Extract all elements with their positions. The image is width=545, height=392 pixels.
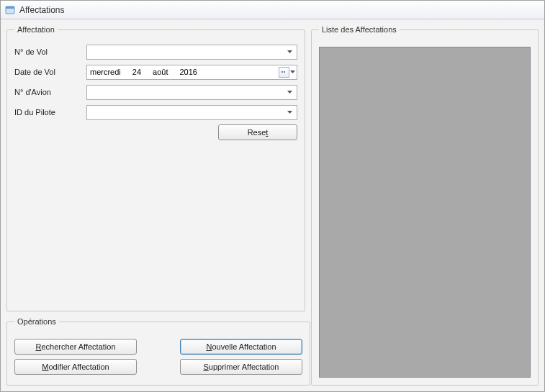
supprimer-button[interactable]: Supprimer Affectation — [180, 359, 302, 375]
calendar-icon — [279, 67, 289, 78]
label-date-vol: Date de Vol — [14, 68, 86, 76]
combo-numero-avion[interactable] — [86, 85, 297, 100]
group-liste-legend: Liste des Affectations — [319, 25, 400, 34]
group-affectation: Affectation N° de Vol Date de Vol mer — [6, 25, 305, 311]
modifier-button[interactable]: Modifier Affectation — [14, 359, 137, 375]
row-numero-vol: N° de Vol — [14, 44, 297, 60]
svg-marker-8 — [287, 111, 292, 114]
window-title: Affectations — [19, 5, 64, 15]
date-parts: mercredi 24 août 2016 — [90, 68, 197, 76]
affectations-list[interactable] — [319, 47, 531, 378]
row-numero-avion: N° d'Avion — [14, 84, 297, 100]
group-affectation-legend: Affectation — [14, 25, 58, 34]
label-numero-vol: N° de Vol — [14, 47, 86, 56]
date-month: août — [153, 68, 168, 76]
client-area: Affectation N° de Vol Date de Vol mer — [1, 19, 544, 391]
combo-numero-vol[interactable] — [86, 45, 297, 60]
group-operations: Opérations Rechercher Affectation Nouvel… — [6, 317, 310, 386]
svg-marker-6 — [290, 70, 295, 73]
rechercher-button[interactable]: Rechercher Affectation — [14, 339, 137, 355]
datepicker-date-vol[interactable]: mercredi 24 août 2016 — [86, 65, 297, 80]
chevron-down-icon — [284, 87, 295, 98]
row-date-vol: Date de Vol mercredi 24 août 2016 — [14, 64, 297, 80]
titlebar: Affectations — [1, 1, 544, 19]
affectations-window: Affectations Affectation N° de Vol Date … — [0, 0, 545, 392]
reset-button[interactable]: Reset — [218, 124, 297, 140]
app-icon — [5, 5, 15, 15]
combo-id-pilote[interactable] — [86, 105, 297, 120]
chevron-down-icon — [284, 107, 295, 118]
date-day: 24 — [132, 68, 141, 76]
operations-grid: Rechercher Affectation Nouvelle Affectat… — [14, 336, 302, 375]
right-column: Liste des Affectations — [311, 25, 539, 386]
svg-marker-2 — [287, 50, 292, 53]
label-id-pilote: ID du Pilote — [14, 108, 86, 117]
chevron-down-icon — [290, 70, 295, 73]
group-liste: Liste des Affectations — [311, 25, 539, 386]
svg-marker-7 — [287, 91, 292, 94]
svg-rect-5 — [284, 71, 285, 73]
label-numero-avion: N° d'Avion — [14, 88, 86, 96]
group-operations-legend: Opérations — [14, 317, 59, 326]
nouvelle-button[interactable]: Nouvelle Affectation — [180, 339, 302, 355]
date-weekday: mercredi — [90, 68, 121, 76]
reset-row: Reset — [14, 124, 297, 140]
svg-rect-4 — [281, 71, 283, 73]
date-year: 2016 — [179, 68, 197, 76]
chevron-down-icon — [284, 47, 295, 58]
row-id-pilote: ID du Pilote — [14, 104, 297, 120]
datepicker-trigger[interactable] — [279, 67, 295, 78]
svg-rect-1 — [6, 6, 14, 9]
left-column: Affectation N° de Vol Date de Vol mer — [6, 25, 305, 386]
